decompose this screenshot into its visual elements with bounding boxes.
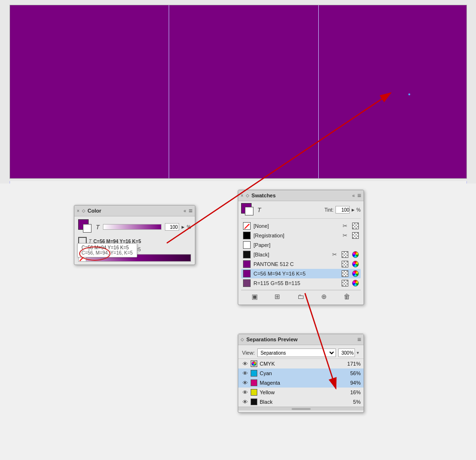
swatch-new-swatch-icon[interactable]: ⊞: [274, 293, 280, 300]
sep-scrollbar[interactable]: [238, 407, 364, 410]
swatch-none-box: [243, 222, 251, 230]
swatches-collapse[interactable]: «: [352, 193, 355, 198]
sep-panel-title: Separations Preview: [246, 337, 298, 342]
swatch-black-name: [Black]: [253, 252, 329, 257]
swatch-tint-input[interactable]: [335, 206, 350, 214]
swatch-registration-box: [243, 232, 251, 239]
color-circle-cmyk: [352, 270, 359, 277]
sep-view-row: View: Separations ▼: [238, 347, 364, 359]
swatch-item-cmyk[interactable]: C=56 M=94 Y=16 K=5: [241, 269, 361, 278]
cmyk-tooltip-line2: C=56, M=94, Y=16, K=5: [81, 250, 133, 256]
swatch-tint-percent: %: [356, 207, 361, 213]
sep-title-left: ◇ Separations Preview: [241, 337, 298, 342]
swatches-arrow-icon: ◇: [246, 193, 249, 198]
sep-percent-cyan: 56%: [344, 370, 361, 376]
swatches-bottom-bar: ▣ ⊞ 🗀 ⊕ 🗑: [241, 290, 361, 303]
color-circle-pantone: [352, 261, 359, 267]
color-panel-title: Color: [88, 208, 101, 214]
sep-view-select[interactable]: Separations: [257, 348, 336, 357]
sep-panel-titlebar: ◇ Separations Preview ≡: [238, 334, 364, 345]
swatch-black-box: [243, 251, 251, 258]
color-panel-arrow-icon: ◇: [82, 208, 85, 213]
swatch-paper-box: [243, 241, 251, 249]
sep-eye-cmyk[interactable]: 👁: [241, 361, 249, 367]
swatch-add-icon[interactable]: ⊕: [321, 293, 327, 300]
color-stroke-swatch[interactable]: [83, 224, 91, 233]
swatch-new-color-group-icon[interactable]: ▣: [252, 293, 258, 300]
color-row-main: T ▶ %: [78, 219, 191, 235]
swatch-delete-icon[interactable]: 🗑: [344, 293, 350, 300]
sep-zoom: ▼: [338, 348, 360, 357]
sep-zoom-arrow[interactable]: ▼: [356, 351, 360, 355]
sep-scroll-thumb: [292, 408, 311, 410]
swatch-item-black[interactable]: [Black] ✂: [241, 250, 361, 259]
sep-body: View: Separations ▼ 👁 CMYK 171% 👁 Cyan 5…: [238, 345, 364, 412]
sep-zoom-input[interactable]: [338, 348, 355, 357]
swatches-panel-close[interactable]: ×: [241, 193, 243, 198]
swatch-item-paper[interactable]: [Paper]: [241, 240, 361, 250]
sep-menu[interactable]: ≡: [357, 336, 361, 343]
sep-swatch-yellow: [251, 389, 257, 396]
canvas-section-2: [169, 5, 318, 178]
sep-eye-black[interactable]: 👁: [241, 399, 249, 405]
color-swatches-area: [78, 219, 93, 235]
swatch-rgb-box: [243, 279, 251, 287]
color-tint-percent: %: [187, 225, 191, 230]
swatch-cmyk-box: [243, 270, 251, 277]
swatches-toolbar: T Tint: ▶ %: [241, 203, 361, 219]
sep-eye-magenta[interactable]: 👁: [241, 380, 249, 386]
color-circle-black: [352, 251, 359, 258]
swatch-tint-arrow[interactable]: ▶: [352, 208, 354, 212]
pattern-icon-reg: [352, 232, 359, 239]
color-tint-slider[interactable]: [103, 224, 162, 230]
canvas-section-3: [319, 5, 467, 178]
color-panel-collapse[interactable]: «: [183, 208, 186, 214]
swatches-body: T Tint: ▶ % [None] ✂ [Registration] ✂ [P…: [238, 201, 364, 305]
color-panel-title-left: × ◇ Color: [77, 208, 101, 214]
pattern-icon-black: [342, 251, 348, 258]
sep-view-label: View:: [242, 350, 255, 356]
color-t-icon[interactable]: T: [96, 224, 100, 231]
color-tint-input[interactable]: [165, 223, 179, 231]
sep-name-cmyk: CMYK: [260, 361, 344, 367]
swatch-none-name: [None]: [253, 223, 340, 229]
sep-percent-yellow: 16%: [344, 389, 361, 395]
swatch-t-icon[interactable]: T: [257, 206, 261, 214]
swatch-item-none[interactable]: [None] ✂: [241, 221, 361, 231]
swatches-panel-title: Swatches: [252, 193, 276, 198]
swatch-cmyk-name: C=56 M=94 Y=16 K=5: [253, 271, 338, 276]
swatch-stroke-box[interactable]: [245, 207, 253, 215]
swatches-panel-controls: « ≡: [352, 192, 361, 199]
sep-row-magenta[interactable]: 👁 Magenta 94%: [238, 378, 364, 388]
sep-eye-yellow[interactable]: 👁: [241, 389, 249, 395]
sep-percent-cmyk: 171%: [344, 361, 361, 367]
swatch-folder-icon[interactable]: 🗀: [297, 293, 304, 300]
sep-row-cmyk[interactable]: 👁 CMYK 171%: [238, 359, 364, 368]
sep-swatch-cyan: [251, 370, 257, 377]
canvas-section-1: [10, 5, 169, 178]
sep-arrow-icon: ◇: [241, 337, 244, 342]
swatch-pantone-box: [243, 260, 251, 268]
swatch-color-area: [241, 203, 255, 216]
scissors-icon-none: ✂: [343, 223, 347, 229]
color-panel-menu[interactable]: ≡: [189, 207, 192, 215]
sep-row-cyan[interactable]: 👁 Cyan 56%: [238, 368, 364, 378]
sep-name-magenta: Magenta: [260, 380, 344, 386]
scissors-icon-black: ✂: [332, 251, 337, 258]
swatches-menu[interactable]: ≡: [357, 192, 361, 199]
color-panel-close[interactable]: ×: [77, 208, 80, 214]
swatch-item-pantone[interactable]: PANTONE 512 C: [241, 259, 361, 269]
swatch-item-registration[interactable]: [Registration] ✂: [241, 231, 361, 240]
cmyk-circle: [252, 361, 256, 366]
cmyk-tooltip-line1: C=56 M=94 Y=16 K=5: [81, 245, 133, 250]
swatches-title-left: × ◇ Swatches: [241, 193, 276, 198]
pattern-icon-pantone: [342, 261, 348, 267]
swatches-panel-titlebar: × ◇ Swatches « ≡: [238, 190, 364, 201]
scissors-icon-reg: ✂: [343, 232, 347, 239]
color-tint-arrow[interactable]: ▶: [182, 225, 184, 229]
sep-eye-cyan[interactable]: 👁: [241, 370, 249, 376]
sep-row-black[interactable]: 👁 Black 5%: [238, 397, 364, 407]
sep-row-yellow[interactable]: 👁 Yellow 16%: [238, 388, 364, 397]
sep-swatch-cmyk: [251, 360, 257, 367]
swatch-item-rgb[interactable]: R=115 G=55 B=115: [241, 278, 361, 288]
